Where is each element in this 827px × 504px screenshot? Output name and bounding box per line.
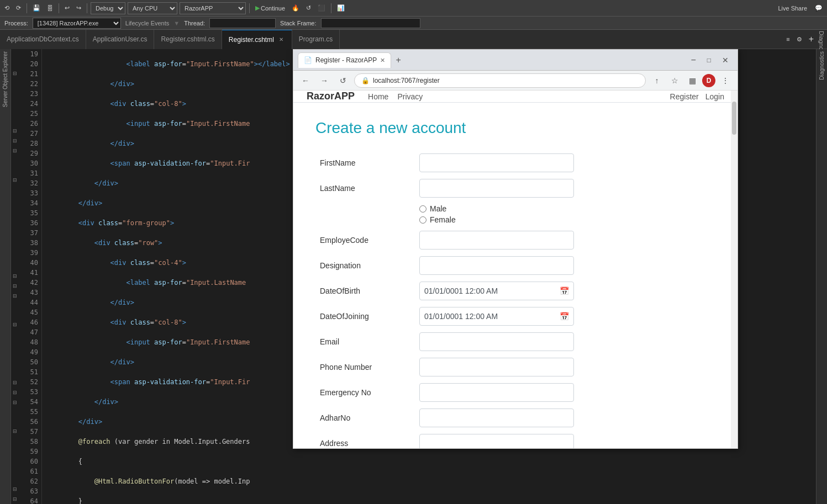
hot-reload-btn[interactable]: 🔥: [289, 3, 302, 13]
process-dropdown[interactable]: [13428] RazorAPP.exe: [33, 18, 121, 29]
browser-profile-avatar[interactable]: D: [702, 74, 715, 87]
browser-titlebar: 📄 Register - RazorAPP ✕ + − □ ✕: [293, 50, 738, 71]
browser-scroll-thumb[interactable]: [732, 102, 736, 135]
fold-53[interactable]: ⊟: [11, 378, 19, 388]
adharno-label: AdharNo: [315, 405, 415, 431]
app-dropdown[interactable]: RazorAPP: [180, 2, 246, 14]
gender-male-label[interactable]: Male: [419, 204, 711, 213]
debug-dropdown[interactable]: Debug: [91, 2, 125, 14]
tab-list-btn[interactable]: ≡: [784, 35, 792, 44]
browser-tab-close-icon[interactable]: ✕: [380, 57, 385, 64]
doj-input[interactable]: 01/01/0001 12:00 AM 📅: [419, 307, 574, 326]
code-content[interactable]: <label asp-for="Input.FirstName"></label…: [42, 49, 293, 504]
browser-sidebar-btn[interactable]: ▦: [684, 73, 700, 88]
fold-46: [11, 310, 19, 320]
fold-29[interactable]: ⊟: [11, 146, 19, 156]
nav-register-link[interactable]: Register: [670, 92, 699, 101]
email-input[interactable]: [419, 332, 574, 351]
browser-more-btn[interactable]: ⋮: [718, 73, 733, 88]
gender-female-radio[interactable]: [419, 216, 426, 224]
fold-54[interactable]: ⊟: [11, 388, 19, 397]
fold-35: [11, 204, 19, 213]
browser-new-tab-btn[interactable]: +: [393, 55, 403, 65]
firstname-input[interactable]: [419, 153, 574, 172]
fold-44[interactable]: ⊟: [11, 291, 19, 301]
fold-58[interactable]: ⊟: [11, 426, 19, 436]
tab-register-cshtml[interactable]: Register.cshtml ✕: [222, 30, 292, 49]
browser-share-btn[interactable]: ↑: [649, 73, 665, 88]
browser-url-input[interactable]: [373, 77, 639, 84]
browser-refresh-btn[interactable]: ↺: [335, 73, 351, 88]
tab-close-icon[interactable]: ✕: [277, 36, 285, 44]
emergency-input[interactable]: [419, 383, 574, 402]
cpu-dropdown[interactable]: Any CPU: [128, 2, 177, 14]
tab-add-btn[interactable]: +: [807, 33, 816, 45]
tab-program[interactable]: Program.cs: [292, 30, 340, 49]
continue-btn[interactable]: ▶ Continue: [253, 3, 287, 13]
fold-43[interactable]: ⊟: [11, 281, 19, 291]
fold-27[interactable]: ⊟: [11, 126, 19, 136]
form-row-adharno: AdharNo: [315, 405, 715, 431]
nav-login-link[interactable]: Login: [705, 92, 724, 101]
restart-btn[interactable]: ↺: [304, 3, 313, 13]
form-row-employecode: EmployeCode: [315, 227, 715, 253]
toolbar-back-btn[interactable]: ⟲: [2, 3, 12, 13]
fold-39: [11, 242, 19, 252]
gender-female-label[interactable]: Female: [419, 215, 711, 224]
browser-tab-strip: 📄 Register - RazorAPP ✕ +: [298, 52, 684, 68]
fold-52: [11, 368, 19, 378]
fold-42[interactable]: ⊟: [11, 271, 19, 281]
fold-47[interactable]: ⊟: [11, 320, 19, 330]
feedback-btn[interactable]: 💬: [813, 3, 825, 13]
browser-star-btn[interactable]: ☆: [667, 73, 682, 88]
nav-privacy-link[interactable]: Privacy: [397, 92, 423, 101]
win-restore-btn[interactable]: □: [703, 55, 715, 65]
diagnostics-btn[interactable]: 📊: [335, 3, 347, 13]
fold-32[interactable]: ⊟: [11, 175, 19, 185]
dob-input[interactable]: 01/01/0001 12:00 AM 📅: [419, 282, 574, 300]
adharno-input[interactable]: [419, 408, 574, 427]
toolbar-save-btn[interactable]: 💾: [30, 3, 43, 13]
nav-home-link[interactable]: Home: [368, 92, 388, 101]
toolbar-undo-btn[interactable]: ↩: [62, 3, 72, 13]
fold-21[interactable]: ⊟: [11, 68, 19, 78]
employecode-input[interactable]: [419, 231, 574, 250]
fold-22: [11, 78, 19, 88]
fold-55[interactable]: ⊟: [11, 397, 19, 407]
browser-scrollbar[interactable]: [731, 91, 738, 448]
tab-applicationdbcontext[interactable]: ApplicationDbContext.cs: [0, 30, 86, 49]
phone-label: Phone Number: [315, 354, 415, 380]
gender-male-radio[interactable]: [419, 205, 426, 213]
toolbar-save-all-btn[interactable]: 🗄: [45, 4, 55, 13]
lastname-input[interactable]: [419, 179, 574, 198]
browser-window: 📄 Register - RazorAPP ✕ + − □ ✕ ← → ↺: [293, 49, 738, 449]
diagnostics-side-label[interactable]: Diagnostics: [819, 51, 825, 80]
nav-links: Home Privacy: [368, 92, 423, 101]
address-input[interactable]: [419, 434, 574, 448]
win-minimize-btn[interactable]: −: [686, 54, 700, 66]
stack-frame-input[interactable]: [321, 18, 420, 28]
tab-register-cs[interactable]: Register.cshtml.cs: [154, 30, 222, 49]
live-share-btn[interactable]: Live Share: [776, 4, 809, 13]
dob-calendar-icon[interactable]: 📅: [560, 287, 569, 295]
server-explorer-label[interactable]: Server Object Explorer: [1, 49, 9, 109]
tab-applicationuser[interactable]: ApplicationUser.cs: [86, 30, 155, 49]
browser-tab-register[interactable]: 📄 Register - RazorAPP ✕: [298, 52, 391, 68]
fold-64[interactable]: ⊟: [11, 484, 19, 494]
designation-input[interactable]: [419, 256, 574, 275]
toolbar-redo-btn[interactable]: ↪: [74, 3, 83, 13]
toolbar-forward-btn[interactable]: ⟳: [14, 3, 23, 13]
fold-34: [11, 194, 19, 204]
tab-settings-btn[interactable]: ⚙: [794, 35, 804, 44]
fold-28[interactable]: ⊟: [11, 136, 19, 146]
win-close-btn[interactable]: ✕: [718, 55, 733, 66]
form-row-dob: DateOfBirth 01/01/0001 12:00 AM 📅: [315, 278, 715, 304]
address-label: Address: [315, 431, 415, 448]
browser-forward-btn[interactable]: →: [317, 73, 332, 88]
doj-calendar-icon[interactable]: 📅: [560, 312, 569, 321]
thread-input[interactable]: [209, 18, 276, 28]
fold-65[interactable]: ⊟: [11, 494, 19, 504]
phone-input[interactable]: [419, 358, 574, 376]
browser-back-btn[interactable]: ←: [298, 73, 313, 88]
stop-btn[interactable]: ⬛: [315, 3, 328, 13]
